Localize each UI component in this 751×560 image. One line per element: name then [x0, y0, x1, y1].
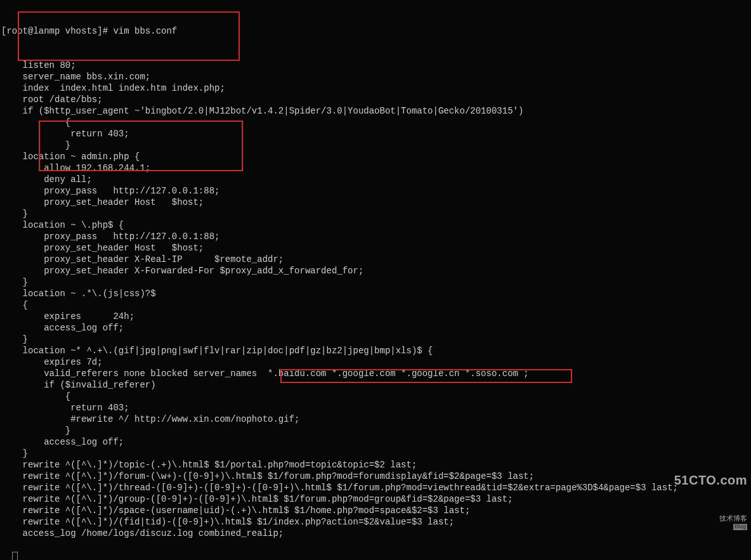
code-line: location ~ \.php$ { — [1, 219, 750, 231]
code-line: deny all; — [1, 174, 750, 185]
code-line: #rewrite ^/ http://www.xin.com/nophoto.g… — [1, 413, 750, 425]
code-line: index index.html index.htm index.php; — [1, 82, 750, 94]
code-line: proxy_set_header Host $host; — [1, 242, 750, 254]
code-line: rewrite ^([^\.]*)/forum-(\w+)-([0-9]+)\.… — [1, 471, 750, 482]
code-line: rewrite ^([^\.]*)/group-([0-9]+)-([0-9]+… — [1, 493, 750, 505]
code-line: location ~* ^.+\.(gif|jpg|png|swf|flv|ra… — [1, 345, 750, 356]
code-line: server_name bbs.xin.com; — [1, 71, 750, 82]
code-line: } — [1, 448, 750, 459]
highlight-box-referers — [280, 369, 572, 383]
code-line: } — [1, 277, 750, 288]
code-line: proxy_set_header X-Real-IP $remote_addr; — [1, 254, 750, 265]
code-line: expires 7d; — [1, 356, 750, 368]
code-line: location ~ .*\.(js|css)?$ — [1, 288, 750, 299]
code-line: access_log off; — [1, 436, 750, 448]
code-line: rewrite ^([^\.]*)/(fid|tid)-([0-9]+)\.ht… — [1, 516, 750, 528]
code-line: { — [1, 391, 750, 402]
code-line: expires 24h; — [1, 311, 750, 322]
terminal-window[interactable]: [root@lanmp vhosts]# vim bbs.conf listen… — [0, 0, 751, 560]
code-line: access_log off; — [1, 322, 750, 334]
code-line: } — [1, 425, 750, 436]
code-line: proxy_set_header Host $host; — [1, 197, 750, 208]
code-line: proxy_pass http://127.0.0.1:88; — [1, 231, 750, 242]
code-line: if ($http_user_agent ~'bingbot/2.0|MJ12b… — [1, 105, 750, 117]
code-line: return 403; — [1, 402, 750, 413]
code-line: rewrite ^([^\.]*)/topic-(.+)\.html$ $1/p… — [1, 459, 750, 471]
code-line: } — [1, 334, 750, 345]
code-line: proxy_pass http://127.0.0.1:88; — [1, 185, 750, 197]
highlight-box-admin-block — [39, 120, 243, 171]
code-line: rewrite ^([^\.]*)/space-(username|uid)-(… — [1, 505, 750, 516]
code-line: } — [1, 208, 750, 219]
code-line: listen 80; — [1, 60, 750, 71]
highlight-box-server-block — [18, 11, 240, 61]
code-line: root /date/bbs; — [1, 94, 750, 105]
code-line: proxy_set_header X-Forwarded-For $proxy_… — [1, 265, 750, 277]
code-line: { — [1, 299, 750, 311]
cursor-indicator — [12, 552, 18, 560]
code-line: rewrite ^([^\.]*)/thread-([0-9]+)-([0-9]… — [1, 482, 750, 493]
code-line: access_log /home/logs/discuz.log combine… — [1, 528, 750, 539]
